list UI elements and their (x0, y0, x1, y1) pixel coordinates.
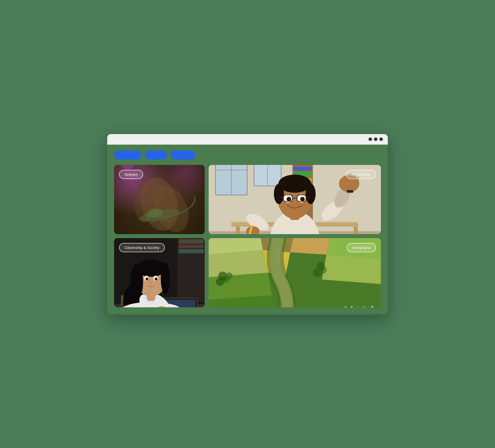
svg-rect-64 (179, 245, 204, 248)
svg-point-88 (155, 277, 157, 281)
browser-titlebar (107, 134, 388, 145)
svg-point-11 (121, 165, 134, 170)
svg-point-87 (146, 277, 148, 281)
svg-marker-103 (322, 254, 381, 284)
window-dots (369, 137, 383, 141)
svg-point-35 (306, 183, 316, 204)
svg-rect-65 (179, 249, 204, 253)
svg-rect-28 (236, 226, 240, 234)
svg-point-34 (274, 183, 284, 204)
card-psychology[interactable]: Psychology (209, 165, 381, 234)
svg-point-4 (147, 208, 163, 218)
nav-pill-3[interactable] (171, 151, 195, 159)
svg-point-128 (225, 272, 233, 280)
card-science[interactable]: Science (114, 165, 205, 234)
svg-rect-107 (345, 307, 346, 307)
browser-window: Science (106, 133, 389, 315)
svg-rect-22 (294, 165, 312, 166)
window-dot-2 (374, 137, 377, 141)
card-geography[interactable]: Geography (209, 238, 381, 307)
geography-label: Geography (347, 243, 376, 252)
svg-rect-63 (179, 239, 204, 244)
svg-marker-104 (209, 273, 272, 300)
svg-rect-57 (347, 190, 353, 193)
nav-pill-2[interactable] (145, 151, 167, 159)
window-dot-3 (379, 137, 383, 141)
cards-grid: Science (114, 165, 381, 307)
science-label: Science (119, 170, 143, 179)
browser-content: Science (107, 145, 388, 314)
svg-rect-113 (363, 307, 364, 307)
svg-rect-29 (354, 226, 358, 234)
svg-rect-23 (294, 167, 312, 171)
citizenship-label: Citizenship & Society (119, 243, 165, 252)
nav-pills (114, 151, 381, 159)
svg-marker-99 (290, 238, 331, 255)
svg-rect-111 (357, 307, 359, 307)
nav-pill-1[interactable] (114, 151, 141, 159)
svg-rect-116 (371, 306, 373, 307)
svg-point-83 (161, 262, 170, 294)
svg-rect-109 (351, 306, 352, 307)
svg-marker-101 (209, 250, 268, 277)
psychology-label: Psychology (346, 170, 376, 179)
card-citizenship[interactable]: Citizenship & Society (114, 238, 205, 307)
window-dot-1 (369, 137, 372, 141)
svg-point-131 (317, 262, 325, 270)
svg-point-38 (287, 197, 291, 201)
svg-point-39 (300, 197, 305, 201)
